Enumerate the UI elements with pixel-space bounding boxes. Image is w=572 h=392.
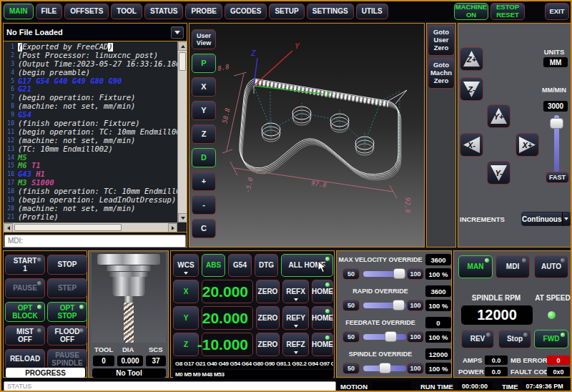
- g54-button[interactable]: G54: [228, 254, 252, 277]
- wcs-button[interactable]: WCS: [173, 254, 199, 277]
- rapid-slider[interactable]: [363, 303, 406, 308]
- exit-button[interactable]: EXIT: [545, 3, 569, 20]
- spindle-stop-button[interactable]: Stop: [498, 330, 531, 348]
- tab-utils[interactable]: UTILS: [356, 4, 388, 19]
- home-z-button[interactable]: HOME: [312, 333, 333, 356]
- stop-button[interactable]: STOP: [47, 255, 87, 275]
- tab-gcodes[interactable]: GCODES: [225, 4, 267, 19]
- dtg-button[interactable]: DTG: [255, 254, 278, 277]
- feedrate-thumb[interactable]: [385, 331, 397, 342]
- mdi-input[interactable]: [4, 235, 186, 248]
- feedrate-slider[interactable]: [363, 334, 406, 340]
- goto-machine-zero-button[interactable]: Goto Machn Zero: [428, 58, 455, 89]
- auto-mode-button[interactable]: AUTO: [534, 255, 568, 278]
- rapid-100-button[interactable]: 100: [407, 300, 424, 311]
- file-dropdown-button[interactable]: [171, 26, 184, 39]
- man-mode-button[interactable]: MAN: [458, 255, 493, 278]
- spindle-50-button[interactable]: 50: [342, 363, 360, 374]
- zero-x-button[interactable]: ZERO: [256, 280, 280, 303]
- tab-setup[interactable]: SETUP: [269, 4, 304, 19]
- horizontal-scrollbar[interactable]: [4, 222, 177, 232]
- gcode-line[interactable]: 21(Profile): [4, 213, 177, 222]
- fast-button[interactable]: FAST: [546, 172, 569, 183]
- view-z-button[interactable]: Z: [192, 124, 216, 144]
- cycle-start-button[interactable]: START 1: [5, 255, 45, 275]
- tab-main[interactable]: MAIN: [4, 4, 34, 19]
- spindle-thumb[interactable]: [379, 363, 391, 373]
- vertical-scrollbar[interactable]: [177, 41, 187, 222]
- gcode-editor[interactable]: 1(Exported by FreeCAD)2(Post Processor: …: [4, 41, 187, 232]
- gcode-line[interactable]: 13(TC: 10mm Endmill002): [4, 145, 177, 154]
- spindle-slider[interactable]: [363, 366, 406, 371]
- v-scroll-thumb[interactable]: [179, 52, 186, 71]
- gcode-line[interactable]: 12(machine: not set, mm/min): [4, 137, 177, 145]
- gcode-line[interactable]: 2(Post Processor: linuxcnc_post): [4, 52, 177, 60]
- goto-user-zero-button[interactable]: Goto User Zero: [428, 25, 455, 56]
- scroll-down-icon[interactable]: [178, 213, 187, 222]
- ref-z-button[interactable]: REFZ: [282, 333, 309, 356]
- zero-z-button[interactable]: ZERO: [256, 333, 280, 356]
- scroll-left-icon[interactable]: [4, 223, 13, 232]
- jog-z-plus-button[interactable]: Z+: [460, 47, 483, 71]
- ref-y-button[interactable]: REFY: [282, 306, 309, 330]
- spindle-fwd-button[interactable]: FWD: [534, 330, 568, 348]
- estop-reset-button[interactable]: ESTOP RESET: [490, 3, 525, 20]
- feedrate-100-button[interactable]: 100: [407, 331, 424, 343]
- jog-x-minus-button[interactable]: X-: [460, 133, 483, 157]
- jog-rate-slider[interactable]: [554, 115, 559, 175]
- jog-z-minus-button[interactable]: Z-: [460, 77, 483, 101]
- flood-button[interactable]: FLOOD OFF: [47, 325, 87, 346]
- max-velocity-thumb[interactable]: [393, 268, 405, 279]
- tab-probe[interactable]: PROBE: [185, 4, 222, 19]
- home-y-button[interactable]: HOME: [312, 306, 333, 330]
- clear-view-button[interactable]: C: [192, 219, 216, 238]
- rapid-50-button[interactable]: 50: [342, 300, 360, 311]
- feedrate-50-button[interactable]: 50: [342, 331, 360, 343]
- spindle-rev-button[interactable]: REV: [461, 330, 494, 348]
- max-velocity-100-button[interactable]: 100: [407, 268, 424, 280]
- zoom-out-button[interactable]: -: [192, 195, 216, 215]
- view-dimensions-button[interactable]: D: [192, 148, 216, 167]
- h-scroll-thumb[interactable]: [14, 224, 122, 231]
- gcode-line[interactable]: 4(begin preamble): [4, 69, 177, 77]
- machine-on-button[interactable]: MACHINE ON: [454, 3, 488, 20]
- jog-rate-slider-thumb[interactable]: [550, 118, 563, 129]
- axis-z-button[interactable]: Z: [173, 333, 199, 356]
- view-x-button[interactable]: X: [192, 77, 216, 97]
- rapid-thumb[interactable]: [393, 300, 405, 310]
- scroll-right-icon[interactable]: [168, 223, 177, 232]
- home-x-button[interactable]: HOME: [312, 280, 333, 303]
- tab-file[interactable]: FILE: [36, 4, 63, 19]
- axis-y-button[interactable]: Y: [173, 306, 199, 330]
- scroll-up-icon[interactable]: [178, 41, 187, 51]
- mdi-mode-button[interactable]: MDI: [495, 255, 530, 278]
- jog-x-plus-button[interactable]: X+: [516, 133, 539, 157]
- mist-button[interactable]: MIST OFF: [5, 325, 45, 346]
- gcode-line[interactable]: 11(begin operation: TC: 10mm Endmill002: [4, 128, 177, 137]
- zoom-in-button[interactable]: +: [192, 172, 216, 191]
- max-velocity-50-button[interactable]: 50: [342, 268, 360, 280]
- tab-offsets[interactable]: OFFSETS: [64, 4, 109, 19]
- spindle-100-button[interactable]: 100: [407, 363, 424, 374]
- toolpath-preview[interactable]: User View P X Y Z D + - C: [189, 23, 425, 248]
- view-y-button[interactable]: Y: [192, 101, 216, 120]
- increments-combo[interactable]: Continuous: [521, 212, 571, 226]
- ref-x-button[interactable]: REFX: [282, 280, 309, 303]
- tab-tool[interactable]: TOOL: [111, 4, 142, 19]
- optional-stop-button[interactable]: OPT STOP: [47, 302, 87, 322]
- max-velocity-slider[interactable]: [363, 271, 406, 277]
- pause-button[interactable]: PAUSE: [5, 278, 45, 298]
- tab-settings[interactable]: SETTINGS: [307, 4, 354, 19]
- user-view-button[interactable]: User View: [192, 29, 216, 49]
- optional-block-button[interactable]: OPT BLOCK: [5, 302, 45, 322]
- view-p-button[interactable]: P: [192, 54, 216, 73]
- zero-y-button[interactable]: ZERO: [256, 306, 280, 330]
- pause-spindle-button[interactable]: PAUSE SPINDLE: [47, 349, 87, 369]
- gcode-line[interactable]: 3(Output Time:2023-05-27 16:33:16.1865: [4, 60, 177, 69]
- abs-button[interactable]: ABS: [202, 254, 225, 277]
- reload-button[interactable]: RELOAD: [5, 349, 45, 369]
- axis-x-button[interactable]: X: [173, 280, 199, 303]
- jog-y-minus-button[interactable]: Y-: [487, 161, 511, 185]
- tab-status[interactable]: STATUS: [144, 4, 184, 19]
- step-button[interactable]: STEP: [47, 278, 87, 298]
